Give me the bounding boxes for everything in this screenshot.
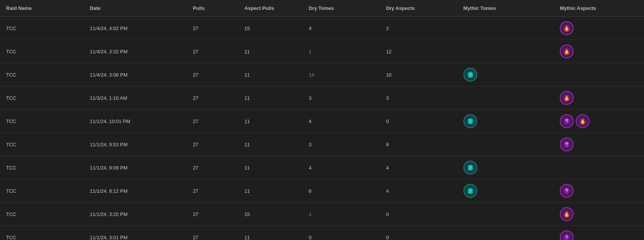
cell-date: 11/4/24, 4:02 PM	[84, 17, 187, 40]
cell-mythic-tomes	[457, 63, 554, 86]
cell-raid-name: TCC	[0, 40, 84, 63]
cell-mythic-tomes	[457, 110, 554, 133]
cell-raid-name: TCC	[0, 63, 84, 86]
svg-marker-44	[565, 237, 567, 240]
cell-raid-name: TCC	[0, 179, 84, 203]
cell-dry-tomes: 1	[303, 203, 380, 226]
cell-dry-tomes: 6	[303, 179, 380, 203]
col-date: Date	[84, 0, 187, 17]
cell-dry-tomes: 0	[303, 226, 380, 240]
cell-pulls: 27	[187, 17, 238, 40]
svg-marker-37	[565, 188, 569, 190]
cell-mythic-aspects	[554, 86, 644, 110]
cell-raid-name: TCC	[0, 133, 84, 156]
table-row: TCC11/1/24, 3:01 PM271100	[0, 226, 644, 240]
cell-dry-aspects: 0	[380, 110, 457, 133]
mythic-tome-icon	[463, 114, 477, 128]
cell-pulls: 27	[187, 133, 238, 156]
cell-mythic-tomes	[457, 17, 554, 40]
cell-aspect-pulls: 11	[238, 226, 303, 240]
cell-date: 11/1/24, 3:01 PM	[84, 226, 187, 240]
svg-point-41	[566, 214, 567, 216]
cell-raid-name: TCC	[0, 110, 84, 133]
cell-mythic-tomes	[457, 156, 554, 179]
table-row: TCC11/1/24, 9:09 PM271144	[0, 156, 644, 179]
cell-date: 11/4/24, 3:32 PM	[84, 40, 187, 63]
svg-point-1	[566, 28, 567, 30]
cell-dry-tomes: 3	[303, 133, 380, 156]
cell-dry-tomes: 4	[303, 17, 380, 40]
cell-dry-tomes: 14	[303, 63, 380, 86]
svg-rect-27	[468, 165, 469, 170]
cell-aspect-pulls: 15	[238, 203, 303, 226]
cell-raid-name: TCC	[0, 17, 84, 40]
cell-mythic-aspects	[554, 17, 644, 40]
mythic-tome-icon	[463, 184, 477, 198]
cell-pulls: 27	[187, 86, 238, 110]
cell-dry-tomes: 1	[303, 40, 380, 63]
cell-raid-name: TCC	[0, 86, 84, 110]
cell-date: 11/1/24, 10:01 PM	[84, 110, 187, 133]
fire-icon	[576, 114, 590, 128]
cell-dry-aspects: 3	[380, 86, 457, 110]
col-mythic-tomes: Mythic Tomes	[457, 0, 554, 17]
cell-pulls: 27	[187, 156, 238, 179]
col-mythic-aspects: Mythic Aspects	[554, 0, 644, 17]
cell-pulls: 27	[187, 179, 238, 203]
cell-mythic-aspects	[554, 110, 644, 133]
table-row: TCC11/1/24, 3:20 PM271510	[0, 203, 644, 226]
cell-aspect-pulls: 11	[238, 133, 303, 156]
cell-raid-name: TCC	[0, 203, 84, 226]
cell-mythic-aspects	[554, 226, 644, 240]
cell-dry-aspects: 10	[380, 63, 457, 86]
table-row: TCC11/1/24, 9:53 PM271138	[0, 133, 644, 156]
cell-pulls: 27	[187, 110, 238, 133]
col-dry-tomes: Dry Tomes	[303, 0, 380, 17]
fire-icon	[560, 21, 574, 35]
cell-dry-aspects: 4	[380, 156, 457, 179]
cell-pulls: 27	[187, 226, 238, 240]
svg-rect-12	[468, 119, 469, 124]
table-row: TCC11/3/24, 1:10 AM271133	[0, 86, 644, 110]
table-header-row: Raid Name Date Pulls Aspect Pulls Dry To…	[0, 0, 644, 17]
table-row: TCC11/4/24, 3:32 PM2711112	[0, 40, 644, 63]
cell-mythic-aspects	[554, 133, 644, 156]
cell-dry-tomes: 4	[303, 110, 380, 133]
mythic-tome-icon	[463, 161, 477, 174]
raid-table: Raid Name Date Pulls Aspect Pulls Dry To…	[0, 0, 644, 240]
col-aspect-pulls: Aspect Pulls	[238, 0, 303, 17]
svg-marker-45	[567, 237, 569, 240]
cell-date: 11/1/24, 9:09 PM	[84, 156, 187, 179]
col-raid-name: Raid Name	[0, 0, 84, 17]
svg-marker-17	[565, 118, 569, 121]
table-row: TCC11/1/24, 8:12 PM271164	[0, 179, 644, 203]
svg-point-21	[582, 121, 583, 123]
gem-icon	[560, 184, 574, 198]
svg-rect-5	[468, 72, 469, 77]
col-pulls: Pulls	[187, 0, 238, 17]
cell-dry-aspects: 12	[380, 40, 457, 63]
cell-date: 11/4/24, 3:06 PM	[84, 63, 187, 86]
cell-pulls: 27	[187, 63, 238, 86]
cell-aspect-pulls: 11	[238, 110, 303, 133]
svg-point-3	[566, 51, 567, 53]
cell-dry-aspects: 4	[380, 179, 457, 203]
mythic-tome-icon	[463, 68, 477, 82]
gem-icon	[560, 138, 574, 151]
cell-mythic-tomes	[457, 133, 554, 156]
cell-dry-aspects: 8	[380, 133, 457, 156]
cell-aspect-pulls: 11	[238, 40, 303, 63]
table-row: TCC11/4/24, 4:02 PM271542	[0, 17, 644, 40]
svg-marker-19	[567, 120, 569, 124]
cell-dry-tomes: 4	[303, 156, 380, 179]
cell-aspect-pulls: 11	[238, 179, 303, 203]
cell-aspect-pulls: 15	[238, 17, 303, 40]
cell-dry-aspects: 0	[380, 203, 457, 226]
svg-rect-32	[468, 189, 469, 194]
cell-aspect-pulls: 11	[238, 156, 303, 179]
table-row: TCC11/1/24, 10:01 PM271140	[0, 110, 644, 133]
cell-mythic-tomes	[457, 86, 554, 110]
cell-mythic-tomes	[457, 226, 554, 240]
svg-marker-23	[565, 142, 569, 144]
gem-small-icon	[560, 230, 574, 240]
